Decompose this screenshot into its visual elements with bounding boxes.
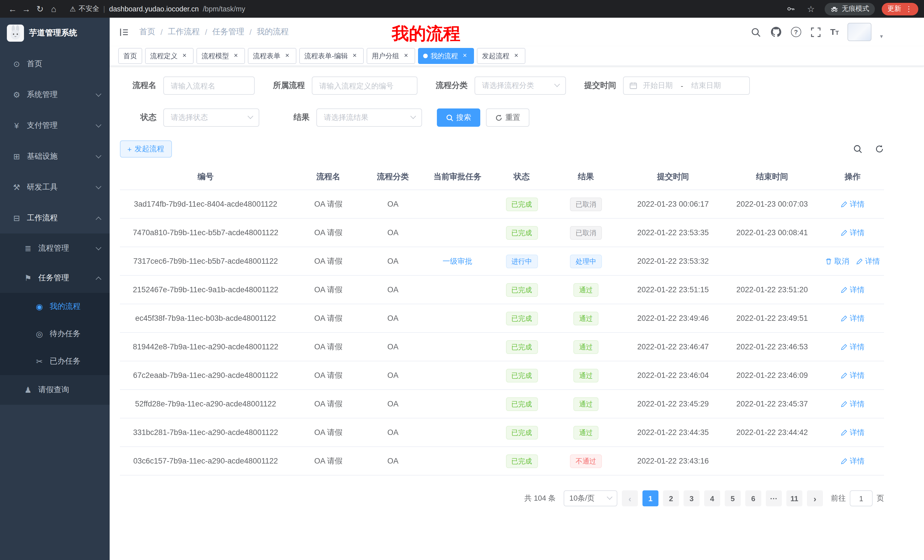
- detail-link[interactable]: 详情: [841, 199, 865, 209]
- yen-icon: ¥: [11, 121, 22, 130]
- sidebar-item-workflow[interactable]: ⊟ 工作流程: [0, 203, 110, 234]
- detail-link[interactable]: 详情: [841, 313, 865, 323]
- avatar[interactable]: [848, 23, 872, 41]
- gear-icon: ⚙: [11, 90, 22, 99]
- status-select[interactable]: 请选择状态: [164, 108, 259, 127]
- address-bar[interactable]: ⚠ 不安全 | dashboard.yudao.iocoder.cn/bpm/t…: [70, 4, 777, 14]
- detail-link[interactable]: 详情: [841, 284, 865, 295]
- cancel-link[interactable]: 取消: [825, 256, 849, 266]
- sidebar-item-my-process[interactable]: ◉ 我的流程: [0, 293, 110, 320]
- browser-update-button[interactable]: 更新 ⋮: [882, 3, 918, 15]
- close-icon[interactable]: ×: [402, 52, 410, 60]
- process-category-select[interactable]: 请选择流程分类: [475, 76, 566, 95]
- breadcrumb-item[interactable]: 首页: [140, 27, 155, 37]
- tab-home[interactable]: 首页: [118, 48, 142, 64]
- app-title: 芋道管理系统: [29, 28, 77, 38]
- sidebar-item-task-management[interactable]: ⚑ 任务管理: [0, 263, 110, 293]
- sidebar-item-system[interactable]: ⚙ 系统管理: [0, 79, 110, 110]
- font-size-icon[interactable]: TT: [830, 27, 839, 37]
- current-task-link[interactable]: 一级审批: [442, 256, 472, 266]
- detail-link[interactable]: 详情: [841, 427, 865, 437]
- sidebar-item-devtools[interactable]: ⚒ 研发工具: [0, 172, 110, 203]
- submit-time-range-picker[interactable]: 开始日期 - 结束日期: [623, 76, 750, 95]
- incognito-badge[interactable]: 无痕模式: [825, 3, 875, 15]
- bookmark-star-icon[interactable]: ☆: [804, 2, 818, 16]
- avatar-caret-icon[interactable]: ▾: [880, 33, 883, 39]
- browser-menu-icon[interactable]: ⋮: [905, 4, 913, 13]
- page-button[interactable]: 2: [663, 490, 679, 506]
- detail-link[interactable]: 详情: [841, 228, 865, 238]
- process-definition-input[interactable]: [312, 76, 417, 95]
- close-icon[interactable]: ×: [351, 52, 358, 60]
- pagination-total: 共 104 条: [524, 493, 556, 503]
- cell-submit-time: 2022-01-22 23:53:35: [623, 219, 723, 247]
- tab-process-definition[interactable]: 流程定义×: [145, 48, 194, 64]
- search-button[interactable]: 搜索: [437, 108, 480, 127]
- browser-back-icon[interactable]: ←: [6, 2, 20, 16]
- detail-link[interactable]: 详情: [856, 256, 880, 266]
- fullscreen-icon[interactable]: [810, 26, 822, 38]
- page-size-select[interactable]: 10条/页: [564, 490, 617, 506]
- password-key-icon[interactable]: [783, 2, 797, 16]
- close-icon[interactable]: ×: [283, 52, 291, 60]
- process-name-input[interactable]: [164, 76, 255, 95]
- close-icon[interactable]: ×: [180, 52, 189, 60]
- tab-process-form-edit[interactable]: 流程表单-编辑×: [299, 48, 364, 64]
- sidebar-item-leave-query[interactable]: ♟ 请假查询: [0, 375, 110, 405]
- cell-submit-time: 2022-01-22 23:46:47: [623, 332, 723, 361]
- page-button[interactable]: 3: [684, 490, 700, 506]
- tab-my-process[interactable]: 我的流程×: [418, 48, 474, 64]
- tab-user-group[interactable]: 用户分组×: [367, 48, 415, 64]
- browser-home-icon[interactable]: ⌂: [47, 2, 60, 16]
- page-button[interactable]: 11: [786, 490, 802, 506]
- more-pages-button[interactable]: ···: [766, 490, 782, 506]
- search-icon[interactable]: [750, 26, 762, 38]
- table-refresh-icon[interactable]: [875, 144, 884, 154]
- result-badge: 已取消: [570, 197, 602, 211]
- github-icon[interactable]: [770, 26, 782, 38]
- cell-result: 通过: [549, 361, 623, 389]
- detail-link[interactable]: 详情: [841, 341, 865, 352]
- breadcrumb-item[interactable]: 任务管理: [213, 27, 244, 37]
- detail-link[interactable]: 详情: [841, 370, 865, 380]
- cell-current-task: 一级审批: [420, 247, 495, 276]
- browser-forward-icon[interactable]: →: [20, 2, 33, 16]
- create-process-button[interactable]: + 发起流程: [120, 141, 172, 157]
- hamburger-icon[interactable]: [118, 26, 130, 38]
- detail-link[interactable]: 详情: [841, 399, 865, 409]
- cell-submit-time: 2022-01-22 23:43:16: [623, 447, 723, 475]
- next-page-button[interactable]: ›: [807, 490, 823, 506]
- close-icon[interactable]: ×: [512, 52, 520, 60]
- sidebar-item-process-management[interactable]: ≣ 流程管理: [0, 234, 110, 263]
- cell-operations: 详情: [821, 332, 884, 361]
- page-button[interactable]: 6: [745, 490, 761, 506]
- close-icon[interactable]: ×: [461, 52, 469, 60]
- breadcrumb-item[interactable]: 工作流程: [168, 27, 200, 37]
- sidebar-item-home[interactable]: ⊙ 首页: [0, 48, 110, 79]
- url-domain: dashboard.yudao.iocoder.cn: [109, 5, 199, 13]
- sidebar-item-payment[interactable]: ¥ 支付管理: [0, 110, 110, 141]
- goto-page-input[interactable]: [850, 490, 873, 506]
- browser-reload-icon[interactable]: ↻: [33, 2, 47, 16]
- tab-start-process[interactable]: 发起流程×: [477, 48, 525, 64]
- sidebar-item-todo-tasks[interactable]: ◎ 待办任务: [0, 320, 110, 347]
- tab-process-form[interactable]: 流程表单×: [248, 48, 296, 64]
- result-select[interactable]: 请选择流结果: [316, 108, 422, 127]
- page-button[interactable]: 4: [704, 490, 720, 506]
- sidebar-item-done-tasks[interactable]: ✂ 已办任务: [0, 347, 110, 375]
- help-icon[interactable]: ?: [790, 26, 801, 38]
- logo[interactable]: 芋道管理系统: [0, 18, 110, 48]
- reset-button[interactable]: 重置: [486, 108, 530, 127]
- tab-process-model[interactable]: 流程模型×: [196, 48, 245, 64]
- page-button[interactable]: 5: [725, 490, 741, 506]
- close-icon[interactable]: ×: [232, 52, 240, 60]
- table-row: 67c2eaab-7b9a-11ec-a290-acde48001122 OA …: [120, 361, 884, 389]
- prev-page-button[interactable]: ‹: [622, 490, 638, 506]
- page-button[interactable]: 1: [642, 490, 658, 506]
- cell-process-name: OA 请假: [291, 219, 366, 247]
- cell-result: 通过: [549, 276, 623, 304]
- table-search-icon[interactable]: [853, 144, 862, 154]
- calendar-icon: [629, 82, 638, 90]
- sidebar-item-infrastructure[interactable]: ⊞ 基础设施: [0, 141, 110, 172]
- detail-link[interactable]: 详情: [841, 456, 865, 466]
